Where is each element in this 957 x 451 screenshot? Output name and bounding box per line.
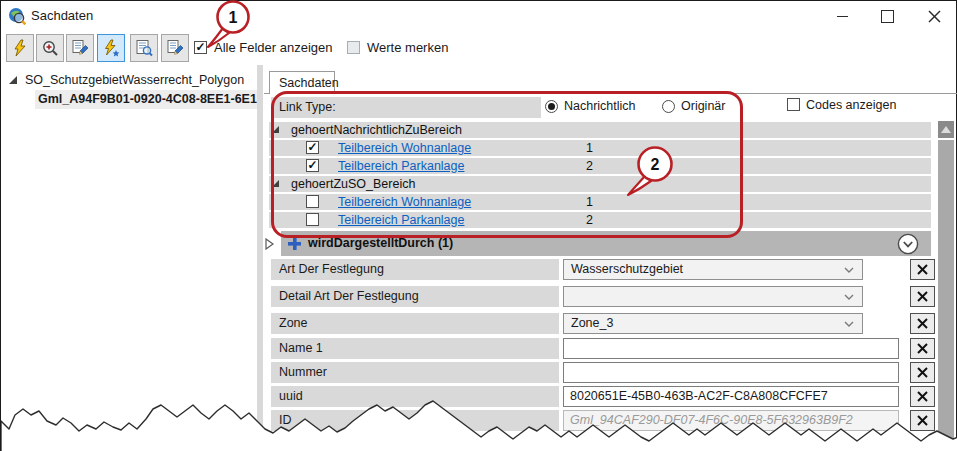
field-label: Detail Art Der Festlegung [271,286,559,307]
chevron-down-circle-icon[interactable] [897,233,919,255]
link-type-option-label[interactable]: Originär [681,99,725,113]
close-icon [928,10,941,23]
group-expand-icon[interactable] [272,180,279,187]
form-preview-button[interactable] [130,34,158,62]
clear-field-button[interactable] [910,286,935,307]
clear-field-button[interactable] [910,313,935,334]
group-expand-icon[interactable] [272,126,279,133]
tree-selected-item[interactable]: Gml_A94F9B01-0920-4C08-8EE1-6E1 [38,90,257,109]
zoom-in-icon [41,39,59,57]
lightning-icon [11,39,29,57]
panel-splitter[interactable] [257,65,263,431]
form-edit-copy-button[interactable] [161,34,189,62]
form-edit-button[interactable] [66,34,94,62]
lightning-new-icon [102,39,120,57]
form-edit-icon [71,39,89,57]
x-icon [917,415,928,426]
callout-number: 1 [229,9,238,26]
nummer-input[interactable] [563,362,899,383]
clear-field-button[interactable] [910,362,935,383]
form-preview-icon [135,39,153,57]
x-icon [917,367,928,378]
relation-item-value: 1 [586,194,593,210]
zone-combo[interactable]: Zone_3 [563,313,863,334]
clear-field-button[interactable] [910,410,935,431]
tree-root-item[interactable]: SO_SchutzgebietWasserrecht_Polygon [25,71,257,89]
art-der-festlegung-combo[interactable]: Wasserschutzgebiet [563,259,863,280]
relation-item-checkbox[interactable] [306,141,319,154]
link-type-radio-originaer[interactable] [662,100,675,113]
tree-expand-icon[interactable] [9,76,17,84]
app-identify-icon [8,7,26,25]
scrollbar-thumb[interactable] [938,140,954,440]
section-title: wirdDargestelltDurch (1) [308,231,453,256]
x-icon [917,291,928,302]
relation-item-checkbox[interactable] [306,159,319,172]
identify-lightning-button[interactable] [6,34,34,62]
lightning-new-button[interactable] [97,34,125,62]
id-readonly-input: Gml_94CAF290-DF07-4F6C-90E8-5F632963B9F2 [563,410,899,431]
maximize-icon [881,10,894,23]
field-label: uuid [271,386,559,407]
scroll-up-icon [941,126,951,133]
link-type-option-label[interactable]: Nachrichtlich [564,99,636,113]
field-label: Name 1 [271,338,559,359]
detail-art-der-festlegung-combo[interactable] [563,286,863,307]
chevron-down-icon [844,267,854,273]
x-icon [917,391,928,402]
codes-anzeigen-label: Codes anzeigen [806,98,896,112]
relation-item-link[interactable]: Teilbereich Wohnanlage [338,140,471,156]
clear-field-button[interactable] [910,338,935,359]
field-label: Nummer [271,362,559,383]
tab-sachdaten[interactable]: Sachdaten [269,71,335,94]
relation-group-label: gehoertZuSO_Bereich [291,176,415,192]
x-icon [917,318,928,329]
tab-strip-line [264,93,957,94]
clear-field-button[interactable] [910,386,935,407]
close-button[interactable] [919,4,949,28]
codes-anzeigen-checkbox[interactable] [787,98,800,111]
relation-group-label: gehoertNachrichtlichZuBereich [291,122,462,138]
relation-item-link[interactable]: Teilbereich Parkanlage [338,158,464,174]
relation-item-value: 1 [586,140,593,156]
minimize-icon [837,16,848,17]
chevron-down-icon [844,294,854,300]
link-type-label: Link Type: [271,97,541,118]
section-collapse-icon[interactable] [265,238,275,250]
show-all-fields-checkbox[interactable] [194,41,207,54]
window-title: Sachdaten [31,1,93,31]
form-edit-copy-icon [166,39,184,57]
maximize-button[interactable] [872,4,902,28]
chevron-down-icon [844,321,854,327]
name1-input[interactable] [563,338,899,359]
uuid-input[interactable]: 8020651E-45B0-463B-AC2F-C8A808CFCFE7 [563,386,899,407]
scrollbar-up-button[interactable] [938,121,954,138]
minimize-button[interactable] [827,4,857,28]
relation-item-checkbox[interactable] [306,213,319,226]
clear-field-button[interactable] [910,259,935,280]
field-label: ID [271,410,559,431]
field-label: Zone [271,313,559,334]
x-icon [917,343,928,354]
relation-item-value: 2 [586,158,593,174]
remember-values-checkbox[interactable] [347,41,360,54]
relation-item-checkbox[interactable] [306,195,319,208]
relation-item-link[interactable]: Teilbereich Parkanlage [338,212,464,228]
x-icon [917,264,928,275]
field-label: Art Der Festlegung [271,259,559,280]
remember-values-label: Werte merken [367,40,448,55]
relation-item-value: 2 [586,212,593,228]
relation-item-link[interactable]: Teilbereich Wohnanlage [338,194,471,210]
sachdaten-window: Sachdaten [0,0,957,451]
zoom-in-button[interactable] [36,34,64,62]
plus-icon [288,237,301,250]
link-type-radio-nachrichtlich[interactable] [545,100,558,113]
show-all-fields-label: Alle Felder anzeigen [214,40,333,55]
